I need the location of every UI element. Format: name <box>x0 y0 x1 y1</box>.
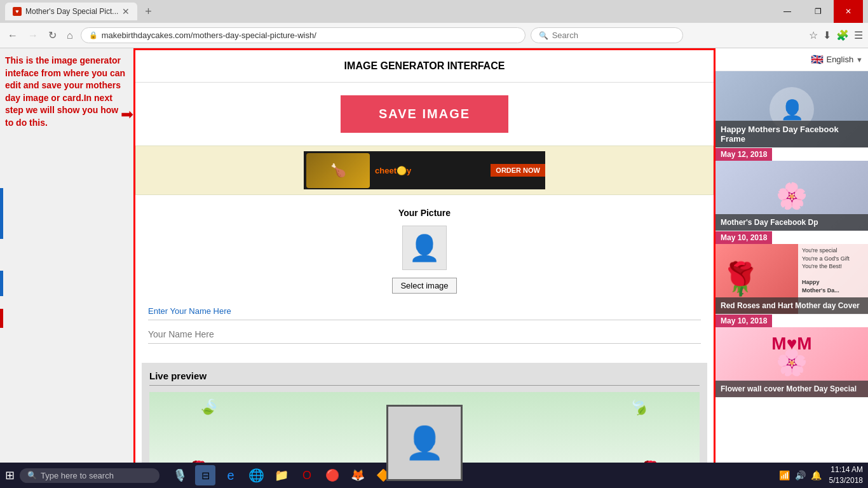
menu-icon[interactable]: ☰ <box>854 29 863 41</box>
sidebar-card-4[interactable]: May 10, 2018 🌸 M♥M Flower wall cover Mot… <box>715 315 868 398</box>
card-2-date: May 12, 2018 <box>715 148 772 161</box>
bookmark-icon[interactable]: ☆ <box>809 29 818 41</box>
save-image-button[interactable]: SAVE IMAGE <box>341 95 508 133</box>
name-label: Enter Your Name Here <box>148 306 701 316</box>
volume-icon[interactable]: 🔊 <box>795 470 806 480</box>
tab-bar: ♥ Mother's Day Special Pict... ✕ + — ❐ ✕ <box>0 0 868 23</box>
url-text: makebirthdaycakes.com/mothers-day-specia… <box>102 30 316 40</box>
card-1-image: 👤 Happy Mothers Day Facebook Frame <box>715 71 868 147</box>
new-tab-button[interactable]: + <box>140 5 157 18</box>
ad-brand: cheet🟡y <box>370 166 416 175</box>
windows-icon: ⊞ <box>5 469 15 482</box>
ie-icon[interactable]: 🌐 <box>246 465 266 485</box>
refresh-button[interactable]: ↻ <box>46 27 59 44</box>
taskbar-search-icon: 🔍 <box>27 471 37 480</box>
edge-icon[interactable]: e <box>220 465 241 485</box>
card-3-date: May 10, 2018 <box>715 231 772 244</box>
toolbar-icons: ☆ ⬇ 🧩 ☰ <box>809 29 863 41</box>
language-dropdown-icon: ▼ <box>856 56 863 64</box>
sidebar-card-1[interactable]: 👤 Happy Mothers Day Facebook Frame <box>715 71 868 148</box>
sidebar-card-3[interactable]: May 10, 2018 🌹 You're specialYou're a Go… <box>715 231 868 315</box>
notification-icon[interactable]: 🔔 <box>811 470 822 480</box>
name-input[interactable] <box>148 325 701 344</box>
back-button[interactable]: ← <box>5 27 20 44</box>
language-text: English <box>826 55 853 64</box>
taskbar-search-text: Type here to search <box>41 471 114 480</box>
ad-food-image: 🍗 <box>306 153 370 188</box>
extensions-icon[interactable]: 🧩 <box>836 29 849 41</box>
lock-icon: 🔒 <box>89 31 98 39</box>
task-view-icon[interactable]: ⊟ <box>195 465 215 485</box>
opera-icon[interactable]: O <box>297 465 317 485</box>
card-4-date: May 10, 2018 <box>715 315 772 327</box>
ad-banner: 🍗 cheet🟡y ORDER NOW <box>135 146 714 195</box>
active-tab[interactable]: ♥ Mother's Day Special Pict... ✕ <box>5 3 137 20</box>
home-button[interactable]: ⌂ <box>64 27 76 44</box>
folder-icon[interactable]: 📁 <box>271 465 292 485</box>
ad-logo: ORDER NOW <box>491 164 545 177</box>
start-button[interactable]: ⊞ <box>5 468 15 482</box>
language-selector[interactable]: 🇬🇧 English ▼ <box>715 48 868 71</box>
tab-favicon: ♥ <box>13 7 22 16</box>
preview-avatar-icon: 👤 <box>405 424 444 461</box>
search-box[interactable]: 🔍 <box>531 27 683 43</box>
tab-close-button[interactable]: ✕ <box>122 6 130 17</box>
card-4-image: 🌸 M♥M Flower wall cover Mother Day Speci… <box>715 327 868 397</box>
clock-time: 11:14 AM <box>829 464 863 475</box>
ig-header: IMAGE GENERATOR INTERFACE <box>135 50 714 83</box>
center-content: IMAGE GENERATOR INTERFACE SAVE IMAGE 🍗 c… <box>133 48 715 488</box>
clock-date: 5/13/2018 <box>829 475 863 486</box>
network-icon[interactable]: 📶 <box>779 470 790 480</box>
card-2-title: Mother's Day Facebook Dp <box>715 214 868 231</box>
right-sidebar: 🇬🇧 English ▼ 👤 Happy Mothers Day Faceboo… <box>715 48 868 488</box>
right-arrow-icon: ➡ <box>121 105 133 123</box>
sidebar-card-2[interactable]: May 12, 2018 🌸 Mother's Day Facebook Dp <box>715 148 868 231</box>
main-content: This is the image generator inteface fro… <box>0 48 868 488</box>
card-3-image: 🌹 You're specialYou're a God's GiftYou'r… <box>715 244 868 314</box>
minimize-button[interactable]: — <box>773 0 802 23</box>
taskbar-app-icons: 🎙️ ⊟ e 🌐 📁 O 🔴 🦊 🔶 <box>170 465 393 485</box>
maximize-button[interactable]: ❐ <box>803 0 832 23</box>
downloads-icon[interactable]: ⬇ <box>823 29 831 41</box>
url-box[interactable]: 🔒 makebirthdaycakes.com/mothers-day-spec… <box>81 27 526 43</box>
browser-chrome: ♥ Mother's Day Special Pict... ✕ + — ❐ ✕… <box>0 0 868 48</box>
red-bar <box>0 309 3 328</box>
preview-label: Live preview <box>149 370 700 386</box>
preview-frame: 👤 <box>386 405 463 481</box>
select-image-button[interactable]: Select image <box>392 278 456 294</box>
picture-section: Your Picture 👤 Select image <box>135 195 714 306</box>
card-3-title: Red Roses and Hart Mother day Cover <box>715 297 868 314</box>
firefox-icon[interactable]: 🦊 <box>348 465 368 485</box>
card-1-title: Happy Mothers Day Facebook Frame <box>715 121 868 147</box>
annotation-text: This is the image generator inteface fro… <box>5 55 128 130</box>
time-display: 11:14 AM 5/13/2018 <box>829 464 863 486</box>
close-button[interactable]: ✕ <box>834 0 863 23</box>
blue-bar-2 <box>0 271 3 296</box>
search-icon: 🔍 <box>539 31 548 40</box>
ad-inner: 🍗 cheet🟡y ORDER NOW <box>304 151 545 189</box>
name-section: Enter Your Name Here <box>135 306 714 356</box>
window-controls: — ❐ ✕ <box>773 0 863 23</box>
taskbar-search[interactable]: 🔍 Type here to search <box>20 468 159 483</box>
flag-icon: 🇬🇧 <box>811 53 824 65</box>
avatar-placeholder: 👤 <box>402 226 447 270</box>
cortana-icon[interactable]: 🎙️ <box>170 465 190 485</box>
left-annotation: This is the image generator inteface fro… <box>0 48 133 488</box>
blue-bar-1 <box>0 188 3 239</box>
card-4-title: Flower wall cover Mother Day Special <box>715 381 868 397</box>
taskbar-right: 📶 🔊 🔔 11:14 AM 5/13/2018 <box>779 464 863 486</box>
system-tray-icons: 📶 🔊 🔔 <box>779 470 822 480</box>
address-bar: ← → ↻ ⌂ 🔒 makebirthdaycakes.com/mothers-… <box>0 23 868 48</box>
chrome-icon[interactable]: 🔴 <box>322 465 342 485</box>
card-2-image: 🌸 Mother's Day Facebook Dp <box>715 161 868 231</box>
tab-title: Mother's Day Special Pict... <box>25 7 118 16</box>
search-input[interactable] <box>552 30 675 40</box>
forward-button[interactable]: → <box>25 27 41 44</box>
picture-label: Your Picture <box>148 208 701 218</box>
avatar-icon: 👤 <box>409 233 440 263</box>
